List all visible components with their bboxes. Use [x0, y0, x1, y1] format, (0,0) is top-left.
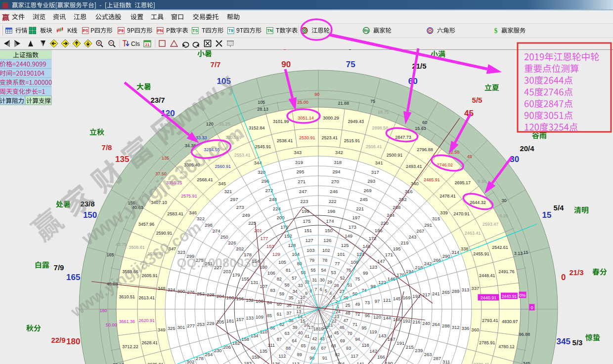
svg-text:121: 121 — [383, 297, 391, 303]
svg-text:87: 87 — [277, 337, 282, 342]
svg-text:107: 107 — [260, 283, 267, 289]
svg-text:67: 67 — [321, 346, 326, 351]
svg-text:30: 30 — [320, 278, 325, 283]
svg-text:25.00: 25.00 — [297, 100, 308, 105]
svg-text:57: 57 — [292, 276, 297, 281]
svg-text:270: 270 — [331, 179, 339, 184]
svg-text:39: 39 — [292, 325, 297, 330]
svg-text:272: 272 — [265, 188, 273, 193]
svg-text:113: 113 — [292, 361, 300, 364]
svg-text:42: 42 — [312, 336, 317, 341]
svg-text:90: 90 — [314, 92, 319, 97]
svg-text:287: 287 — [433, 356, 441, 361]
svg-text:98: 98 — [371, 283, 376, 289]
svg-text:15: 15 — [542, 210, 551, 220]
svg-text:2491.76: 2491.76 — [498, 269, 515, 274]
svg-text:4780.12: 4780.12 — [498, 344, 515, 349]
svg-text:90: 90 — [281, 60, 291, 69]
svg-text:28.13: 28.13 — [257, 107, 268, 112]
svg-text:2455.91: 2455.91 — [473, 251, 489, 256]
svg-text:79: 79 — [309, 258, 314, 263]
svg-text:95: 95 — [361, 325, 366, 330]
svg-text:297: 297 — [230, 197, 238, 202]
svg-text:15.63: 15.63 — [415, 126, 426, 131]
svg-text:99: 99 — [363, 270, 368, 276]
svg-text:18: 18 — [313, 326, 318, 331]
svg-text:101: 101 — [337, 251, 345, 257]
svg-text:19: 19 — [318, 326, 323, 331]
svg-text:339: 339 — [440, 210, 448, 215]
svg-text:288: 288 — [442, 323, 450, 328]
svg-text:21: 21 — [145, 42, 150, 47]
svg-text:120: 120 — [206, 121, 214, 126]
svg-text:244: 244 — [387, 212, 394, 218]
svg-text:128: 128 — [288, 243, 296, 248]
svg-text:23: 23 — [334, 314, 339, 319]
svg-text:117: 117 — [351, 353, 358, 359]
svg-text:P9: P9 — [119, 28, 124, 33]
svg-text:3661.36: 3661.36 — [119, 319, 135, 324]
svg-text:2542.61: 2542.61 — [492, 245, 508, 250]
svg-text:90: 90 — [309, 356, 314, 361]
svg-text:202: 202 — [236, 246, 244, 251]
svg-text:91: 91 — [322, 356, 327, 361]
svg-text:T9: T9 — [228, 28, 233, 33]
svg-text:158: 158 — [241, 336, 249, 342]
svg-text:60: 60 — [422, 120, 427, 125]
svg-text:317: 317 — [371, 169, 379, 175]
svg-text:345: 345 — [523, 361, 530, 364]
svg-text:245: 245 — [360, 197, 368, 202]
svg-text:60: 60 — [277, 302, 282, 307]
svg-text:2793.41: 2793.41 — [482, 318, 498, 323]
svg-text:2440.91: 2440.91 — [502, 294, 517, 299]
svg-text:40: 40 — [298, 330, 303, 335]
svg-text:21/3: 21/3 — [569, 268, 583, 277]
svg-text:9: 9 — [305, 291, 307, 296]
svg-text:2583.41: 2583.41 — [167, 211, 183, 216]
svg-text:37: 37 — [286, 311, 291, 316]
svg-text:2778.41: 2778.41 — [473, 362, 489, 364]
svg-text:23/7: 23/7 — [150, 96, 165, 104]
svg-text:165: 165 — [107, 252, 114, 257]
svg-text:191: 191 — [396, 340, 404, 346]
svg-text:21.88: 21.88 — [338, 101, 350, 106]
svg-text:249: 249 — [242, 212, 250, 218]
svg-text:2493.41: 2493.41 — [406, 164, 422, 169]
svg-text:5/3: 5/3 — [572, 338, 583, 347]
svg-text:2463.41: 2463.41 — [465, 231, 481, 236]
svg-text:111: 111 — [268, 342, 275, 348]
svg-text:2695.17: 2695.17 — [454, 180, 471, 185]
svg-text:289: 289 — [452, 288, 460, 294]
svg-text:150: 150 — [325, 228, 333, 233]
svg-text:360: 360 — [471, 327, 479, 332]
svg-text:2644.32: 2644.32 — [470, 200, 486, 205]
svg-text:96.88: 96.88 — [519, 332, 530, 337]
svg-text:59: 59 — [279, 291, 284, 296]
svg-text:2523.41: 2523.41 — [322, 135, 338, 140]
svg-text:345: 345 — [557, 337, 570, 346]
svg-text:2448.41: 2448.41 — [479, 273, 495, 278]
svg-text:43.75: 43.75 — [116, 242, 127, 247]
svg-text:2635.91: 2635.91 — [147, 362, 164, 364]
svg-text:81: 81 — [286, 268, 291, 273]
svg-text:PN: PN — [157, 28, 163, 33]
svg-text:9.38: 9.38 — [478, 179, 486, 184]
svg-text:29: 29 — [327, 280, 332, 284]
svg-text:263: 263 — [424, 352, 432, 357]
svg-text:33.33: 33.33 — [196, 135, 207, 140]
svg-text:5/4: 5/4 — [554, 203, 565, 212]
svg-text:294: 294 — [333, 169, 341, 174]
svg-text:27: 27 — [340, 289, 345, 294]
svg-text:157: 157 — [236, 317, 244, 322]
svg-text:49: 49 — [355, 302, 360, 307]
svg-text:84: 84 — [267, 300, 272, 305]
svg-text:61: 61 — [277, 312, 282, 317]
svg-text:142: 142 — [369, 348, 377, 354]
svg-text:324: 324 — [168, 287, 175, 292]
svg-text:318: 318 — [334, 160, 342, 165]
svg-text:2545.91: 2545.91 — [255, 144, 271, 149]
svg-text:93: 93 — [346, 346, 351, 351]
svg-text:2508.41: 2508.41 — [366, 144, 382, 149]
svg-text:247: 247 — [299, 189, 307, 194]
svg-text:295: 295 — [297, 169, 305, 174]
